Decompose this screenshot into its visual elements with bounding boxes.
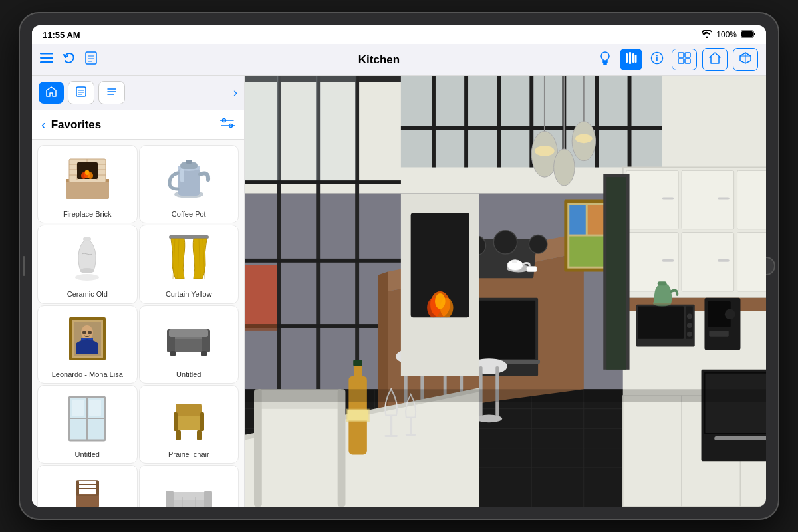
item-label: Untitled (75, 450, 100, 459)
info-icon[interactable]: i (648, 49, 666, 70)
nav-bar: Kitchen i (32, 44, 766, 76)
svg-point-229 (554, 149, 575, 186)
list-item[interactable]: Prairie_chair (139, 385, 239, 464)
ipad-screen: 11:55 AM 100% (32, 25, 766, 507)
svg-rect-246 (338, 389, 346, 507)
menu-icon[interactable] (40, 53, 53, 66)
document-icon[interactable] (85, 51, 97, 68)
sidebar-title: Favorites (51, 118, 220, 132)
svg-rect-85 (89, 400, 101, 416)
svg-rect-89 (197, 430, 202, 440)
list-item[interactable]: Curtain Yellow (139, 225, 239, 303)
side-button[interactable] (23, 256, 25, 276)
list-item[interactable]: Coffee Pot (139, 145, 239, 223)
tab-list[interactable] (98, 81, 125, 104)
svg-rect-160 (662, 259, 674, 262)
svg-rect-57 (180, 169, 184, 182)
svg-rect-208 (512, 260, 517, 263)
undo-icon[interactable] (63, 51, 76, 68)
svg-rect-92 (76, 494, 99, 507)
svg-point-216 (435, 293, 446, 309)
nav-left (40, 51, 146, 68)
tab-floor-plan[interactable] (39, 82, 64, 104)
svg-rect-248 (606, 177, 626, 370)
back-button[interactable]: ‹ (41, 117, 46, 132)
svg-text:i: i (656, 54, 658, 63)
items-grid: Fireplace Brick (32, 140, 244, 507)
svg-point-71 (82, 331, 86, 334)
svg-rect-5 (86, 52, 96, 64)
svg-point-170 (687, 332, 692, 337)
list-item[interactable]: Fireplace Brick (37, 145, 138, 223)
battery-icon (741, 30, 755, 40)
svg-point-169 (687, 323, 692, 328)
svg-rect-139 (245, 324, 277, 331)
svg-rect-79 (169, 329, 208, 337)
svg-rect-19 (678, 59, 684, 63)
sidebar: › ‹ Favorites (32, 76, 245, 507)
list-item[interactable]: Sofa3x_amazing (139, 465, 239, 507)
svg-point-51 (85, 170, 89, 175)
item-thumbnail (61, 313, 114, 366)
main-content: › ‹ Favorites (32, 76, 766, 507)
status-time: 11:55 AM (43, 30, 80, 40)
list-item[interactable]: Ceramic Old (37, 225, 138, 303)
svg-rect-243 (257, 402, 342, 507)
svg-rect-87 (176, 404, 202, 416)
svg-rect-9 (602, 61, 608, 63)
svg-rect-219 (569, 205, 586, 234)
library-icon[interactable] (620, 49, 642, 70)
svg-rect-156 (737, 233, 766, 291)
item-label: Curtain Yellow (166, 289, 212, 299)
wifi-icon (702, 30, 712, 40)
svg-rect-59 (83, 237, 91, 241)
svg-rect-13 (632, 53, 634, 63)
lightbulb-icon[interactable] (596, 48, 614, 71)
svg-rect-181 (705, 374, 766, 433)
svg-rect-231 (658, 281, 667, 285)
svg-point-190 (529, 235, 547, 253)
tab-design[interactable] (68, 81, 94, 104)
svg-rect-90 (174, 412, 178, 431)
svg-rect-151 (626, 170, 679, 229)
svg-rect-161 (718, 259, 730, 262)
svg-point-227 (575, 134, 593, 143)
filter-settings-icon[interactable] (220, 117, 235, 132)
svg-point-189 (493, 231, 517, 254)
3d-view-icon[interactable] (733, 48, 758, 71)
status-icons: 100% (702, 30, 755, 40)
layout-2d-icon[interactable] (672, 49, 697, 70)
svg-rect-152 (682, 170, 734, 229)
list-item[interactable]: Leonardo - Mona Lisa (37, 305, 138, 384)
list-item[interactable]: Chair_002 (37, 465, 138, 507)
svg-rect-182 (714, 436, 766, 440)
item-thumbnail (61, 392, 114, 446)
svg-rect-158 (718, 198, 730, 200)
svg-rect-61 (169, 235, 209, 239)
svg-rect-166 (638, 307, 684, 339)
svg-rect-136 (277, 76, 317, 180)
svg-rect-240 (384, 435, 398, 437)
svg-point-72 (88, 331, 92, 334)
3d-view[interactable] (245, 76, 766, 507)
svg-rect-210 (527, 267, 537, 272)
svg-point-173 (725, 309, 735, 320)
svg-point-224 (535, 146, 554, 156)
svg-rect-11 (626, 53, 628, 63)
home-plan-icon[interactable] (702, 48, 728, 71)
svg-rect-133 (245, 259, 401, 263)
ipad-frame: 11:55 AM 100% (20, 13, 778, 519)
list-item[interactable]: Untitled (37, 385, 138, 464)
svg-rect-137 (316, 76, 356, 180)
svg-rect-238 (347, 410, 368, 421)
svg-rect-84 (72, 400, 84, 416)
item-thumbnail (162, 232, 215, 285)
svg-rect-135 (245, 76, 278, 180)
list-item[interactable]: Untitled (139, 305, 239, 384)
tab-more-icon[interactable]: › (233, 86, 237, 100)
svg-point-60 (80, 268, 94, 273)
svg-point-168 (687, 313, 692, 319)
svg-rect-174 (709, 331, 728, 337)
svg-rect-245 (254, 389, 262, 507)
item-thumbnail (61, 232, 114, 285)
